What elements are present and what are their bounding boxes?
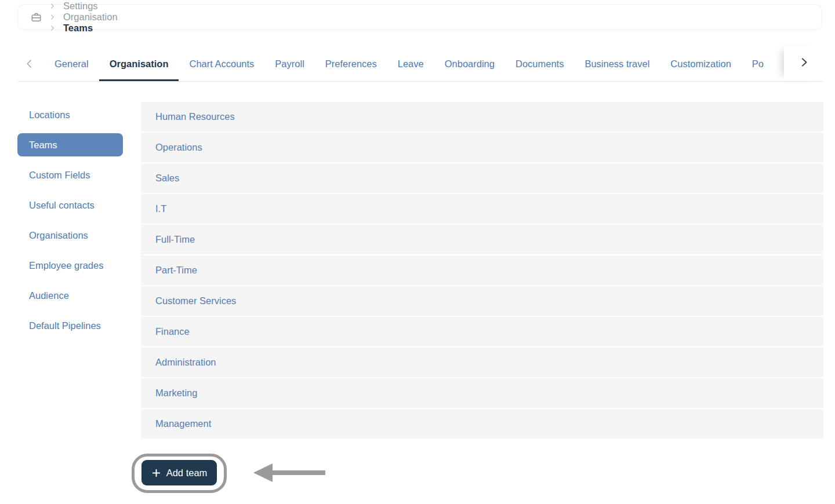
sidebar-item[interactable]: Teams bbox=[17, 133, 123, 156]
settings-tab[interactable]: Onboarding bbox=[434, 46, 505, 81]
breadcrumb: Settings Organisation Teams bbox=[17, 4, 822, 30]
team-row[interactable]: Customer Services bbox=[141, 286, 823, 316]
team-row[interactable]: Full-Time bbox=[141, 225, 823, 254]
chevron-right-icon bbox=[798, 56, 810, 71]
tabs-scroll-right-button[interactable] bbox=[784, 46, 823, 81]
chevron-right-icon bbox=[49, 25, 56, 31]
team-row[interactable]: Sales bbox=[141, 163, 823, 193]
team-row[interactable]: Part-Time bbox=[141, 255, 823, 285]
breadcrumb-link[interactable]: Organisation bbox=[63, 12, 118, 23]
sidebar-item[interactable]: Custom Fields bbox=[17, 163, 123, 187]
settings-tab[interactable]: Organisation bbox=[99, 46, 179, 81]
team-row[interactable]: Human Resources bbox=[141, 102, 823, 132]
settings-tab[interactable]: Customization bbox=[660, 46, 742, 81]
settings-tab[interactable]: General bbox=[44, 46, 99, 81]
add-team-button[interactable]: Add team bbox=[141, 460, 217, 485]
chevron-right-icon bbox=[49, 14, 56, 20]
settings-tab[interactable]: Preferences bbox=[315, 46, 387, 81]
settings-tab-bar: General Organisation Chart Accounts Payr… bbox=[17, 46, 823, 82]
breadcrumb-link[interactable]: Teams bbox=[63, 23, 93, 34]
team-row[interactable]: Finance bbox=[141, 317, 823, 346]
settings-tab[interactable]: Po bbox=[742, 46, 774, 81]
breadcrumb-item: Teams bbox=[42, 23, 118, 34]
settings-tab[interactable]: Payroll bbox=[264, 46, 314, 81]
breadcrumb-item: Settings bbox=[42, 1, 118, 12]
briefcase-icon[interactable] bbox=[31, 12, 42, 23]
settings-tab[interactable]: Leave bbox=[387, 46, 434, 81]
sidebar-item[interactable]: Useful contacts bbox=[17, 193, 123, 217]
settings-tab[interactable]: Chart Accounts bbox=[179, 46, 264, 81]
team-row[interactable]: Marketing bbox=[141, 378, 823, 408]
breadcrumb-link[interactable]: Settings bbox=[63, 1, 98, 12]
sidebar-item[interactable]: Locations bbox=[17, 103, 123, 126]
team-row[interactable]: Operations bbox=[141, 133, 823, 162]
sidebar-item[interactable]: Employee grades bbox=[17, 254, 123, 277]
breadcrumb-item: Organisation bbox=[42, 12, 118, 23]
sidebar-item[interactable]: Organisations bbox=[17, 224, 123, 247]
settings-sidebar: Locations Teams Custom Fields Useful con… bbox=[17, 103, 123, 344]
team-row[interactable]: Administration bbox=[141, 348, 823, 377]
sidebar-item[interactable]: Default Pipelines bbox=[17, 314, 123, 337]
plus-icon bbox=[151, 468, 161, 478]
chevron-right-icon bbox=[49, 3, 56, 9]
settings-tab[interactable]: Business travel bbox=[574, 46, 660, 81]
team-row[interactable]: I.T bbox=[141, 194, 823, 224]
annotation-arrow-icon bbox=[252, 462, 326, 486]
settings-tab[interactable]: Documents bbox=[505, 46, 574, 81]
sidebar-item[interactable]: Audience bbox=[17, 284, 123, 307]
teams-list: Human Resources Operations Sales I.T Ful… bbox=[141, 102, 823, 440]
tabs-scroll-left-button[interactable] bbox=[21, 46, 38, 81]
tabs-list: General Organisation Chart Accounts Payr… bbox=[44, 46, 823, 81]
team-row[interactable]: Management bbox=[141, 409, 823, 439]
add-team-button-label: Add team bbox=[166, 468, 208, 479]
